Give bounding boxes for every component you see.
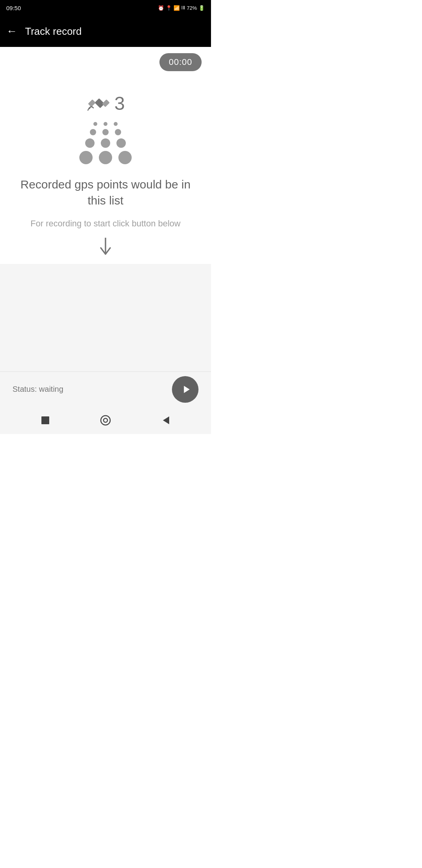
empty-state-subtitle: For recording to start click button belo…: [7, 218, 204, 230]
page: 09:50 ⏰ 📍 📶 ⅠⅡ 72% 🔋 ← Track record 00:0…: [0, 0, 211, 434]
dot: [101, 138, 110, 148]
main-content: 00:00: [0, 47, 211, 264]
page-title: Track record: [25, 25, 82, 38]
wifi-icon: 📶: [173, 5, 180, 11]
nav-bar: [0, 407, 211, 434]
dot: [114, 122, 118, 126]
home-nav-button[interactable]: [100, 414, 111, 426]
svg-rect-4: [41, 416, 49, 424]
satellite-icon: [86, 91, 111, 116]
icon-area: 3: [79, 91, 132, 177]
status-icons: ⏰ 📍 📶 ⅠⅡ 72% 🔋: [158, 5, 205, 11]
alarm-icon: ⏰: [158, 5, 164, 11]
dots-row-1: [93, 122, 118, 126]
content-area: 00:00: [0, 47, 211, 371]
spacer: [0, 264, 211, 371]
status-label: Status: waiting: [13, 385, 63, 394]
timer-badge: 00:00: [159, 53, 202, 71]
empty-state-title: Recorded gps points would be in this lis…: [0, 177, 211, 208]
dot: [99, 151, 112, 164]
status-bar: 09:50 ⏰ 📍 📶 ⅠⅡ 72% 🔋: [0, 0, 211, 16]
svg-rect-2: [102, 99, 110, 107]
back-button[interactable]: ←: [6, 25, 17, 38]
dot: [85, 138, 95, 148]
back-nav-button[interactable]: [161, 415, 171, 425]
dots-grid: [79, 122, 132, 164]
stop-nav-button[interactable]: [40, 415, 50, 425]
toolbar: ← Track record: [0, 16, 211, 47]
signal-icon: ⅠⅡ: [181, 5, 185, 11]
satellite-count: 3: [114, 93, 125, 114]
dot: [104, 122, 107, 126]
svg-marker-7: [163, 416, 169, 424]
battery-level: 72%: [187, 5, 197, 11]
svg-point-5: [101, 416, 110, 425]
dots-row-2: [90, 129, 121, 135]
arrow-down-icon: [98, 238, 113, 261]
play-icon: [180, 383, 192, 396]
satellite-row: 3: [86, 91, 125, 116]
dot: [118, 151, 132, 164]
play-button[interactable]: [172, 376, 198, 403]
dot: [93, 122, 97, 126]
dots-row-4: [79, 151, 132, 164]
dot: [102, 129, 109, 135]
status-time: 09:50: [6, 5, 21, 11]
bottom-action-bar: Status: waiting: [0, 371, 211, 407]
dot: [115, 129, 121, 135]
dot: [79, 151, 93, 164]
dot: [90, 129, 96, 135]
dot: [116, 138, 126, 148]
battery-icon: 🔋: [198, 5, 205, 11]
svg-rect-1: [88, 99, 96, 107]
svg-point-6: [104, 418, 107, 422]
dots-row-3: [85, 138, 126, 148]
location-icon: 📍: [166, 5, 172, 11]
